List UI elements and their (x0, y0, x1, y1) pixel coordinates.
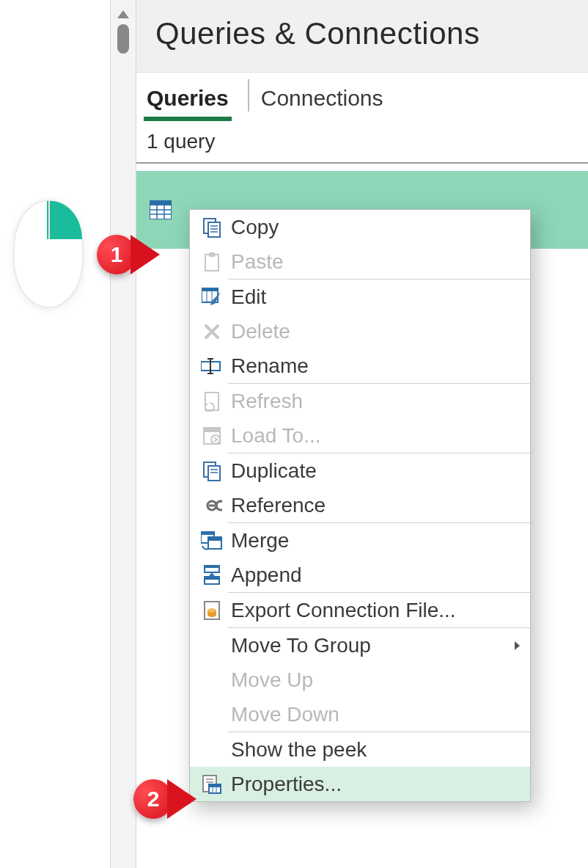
menu-move-up-label: Move Up (227, 668, 520, 692)
scroll-thumb[interactable] (117, 24, 129, 54)
menu-copy-label: Copy (227, 216, 520, 239)
svg-rect-28 (208, 466, 220, 481)
menu-export-connection-label: Export Connection File... (227, 599, 520, 622)
menu-show-peek-label: Show the peek (227, 738, 520, 762)
svg-rect-33 (201, 531, 214, 535)
menu-paste: Paste (190, 244, 530, 279)
svg-rect-7 (208, 222, 220, 237)
menu-merge[interactable]: Merge (190, 523, 530, 558)
menu-move-to-group-label: Move To Group (227, 634, 515, 657)
menu-export-connection[interactable]: Export Connection File... (190, 593, 530, 627)
menu-move-down-label: Move Down (227, 703, 520, 726)
svg-rect-14 (202, 288, 218, 291)
menu-edit-label: Edit (227, 285, 520, 309)
svg-rect-37 (205, 565, 219, 568)
menu-append-label: Append (227, 564, 520, 587)
menu-reference-label: Reference (227, 494, 520, 517)
menu-append[interactable]: Append (190, 558, 530, 592)
menu-load-to-label: Load To... (227, 424, 520, 448)
menu-delete-label: Delete (227, 320, 520, 343)
menu-refresh-label: Refresh (227, 390, 520, 413)
menu-load-to: Load To... (190, 418, 530, 453)
vertical-scrollbar[interactable] (110, 0, 136, 868)
svg-rect-23 (205, 393, 218, 410)
query-count-label: 1 query (136, 120, 588, 164)
append-icon (197, 564, 227, 587)
reference-icon (197, 494, 227, 517)
menu-properties[interactable]: Properties... (190, 767, 530, 801)
menu-properties-label: Properties... (227, 773, 520, 796)
pane-title: Queries & Connections (155, 16, 569, 51)
merge-icon (197, 529, 227, 552)
export-connection-icon (197, 599, 227, 622)
delete-icon (197, 320, 227, 343)
menu-duplicate[interactable]: Duplicate (190, 453, 530, 488)
submenu-arrow-icon (515, 641, 520, 650)
menu-copy[interactable]: Copy (190, 210, 530, 244)
callout-1-number: 1 (111, 242, 123, 267)
callout-2: 2 (133, 779, 173, 819)
scroll-up-icon[interactable] (117, 10, 129, 18)
callout-1: 1 (97, 235, 136, 274)
svg-rect-1 (150, 200, 172, 205)
callout-2-number: 2 (147, 787, 160, 812)
menu-refresh: Refresh (190, 384, 530, 418)
menu-rename[interactable]: Rename (190, 349, 530, 383)
context-menu: Copy Paste Edit Delete Rename Refresh (189, 209, 531, 802)
paste-icon (197, 250, 227, 274)
table-icon (150, 200, 172, 219)
svg-point-44 (207, 608, 216, 613)
menu-move-to-group[interactable]: Move To Group (190, 628, 530, 663)
pane-header: Queries & Connections (136, 0, 588, 73)
menu-rename-label: Rename (227, 354, 520, 378)
edit-icon (197, 285, 227, 309)
mouse-icon (13, 200, 84, 308)
menu-move-down: Move Down (190, 697, 530, 732)
tab-connections[interactable]: Connections (260, 83, 392, 120)
menu-move-up: Move Up (190, 663, 530, 697)
tab-queries[interactable]: Queries (145, 83, 238, 120)
load-to-icon (197, 424, 227, 448)
menu-paste-label: Paste (227, 250, 520, 274)
menu-reference[interactable]: Reference (190, 488, 530, 522)
menu-duplicate-label: Duplicate (227, 459, 520, 483)
svg-rect-35 (208, 537, 221, 541)
svg-rect-25 (204, 428, 220, 432)
svg-rect-11 (205, 255, 218, 271)
refresh-icon (197, 390, 227, 413)
menu-merge-label: Merge (227, 529, 520, 552)
rename-icon (197, 354, 227, 378)
properties-icon (197, 773, 227, 796)
svg-rect-49 (209, 784, 221, 787)
menu-show-peek[interactable]: Show the peek (190, 732, 530, 767)
copy-icon (197, 216, 227, 239)
menu-delete: Delete (190, 314, 530, 349)
menu-edit[interactable]: Edit (190, 280, 530, 314)
svg-rect-12 (209, 252, 215, 257)
pane-tabs: Queries Connections (136, 73, 588, 120)
duplicate-icon (197, 459, 227, 483)
tab-separator (248, 79, 249, 112)
